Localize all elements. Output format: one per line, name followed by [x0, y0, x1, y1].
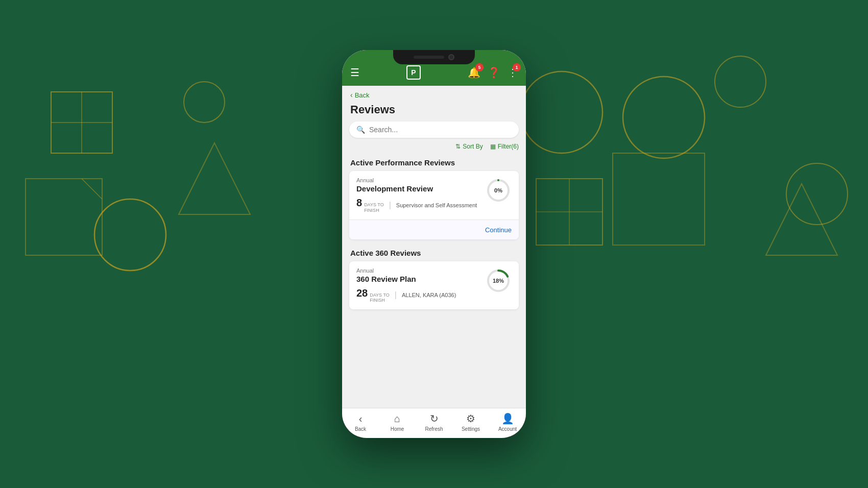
performance-card-type: Annual	[356, 177, 485, 183]
360-progress-label: 18%	[485, 267, 512, 294]
sort-label: Sort By	[463, 143, 483, 150]
filter-label: Filter(6)	[498, 143, 519, 150]
sort-filter-bar: ⇅ Sort By ▦ Filter(6)	[342, 143, 526, 155]
360-section-header: Active 360 Reviews	[342, 246, 526, 261]
menu-icon[interactable]: ☰	[350, 66, 359, 79]
360-card-meta: 28 DAYS TO FINISH | ALLEN, KARA (A036)	[356, 287, 485, 304]
performance-days-number: 8	[356, 197, 362, 209]
filter-button[interactable]: ▦ Filter(6)	[490, 143, 519, 150]
performance-days-label: DAYS TO FINISH	[364, 202, 384, 213]
search-container: 🔍	[342, 121, 526, 143]
meta-divider: |	[389, 201, 391, 210]
app-logo[interactable]: P	[406, 65, 421, 80]
back-link[interactable]: ‹ Back	[350, 91, 518, 99]
more-badge: 1	[513, 63, 521, 71]
360-card-type: Annual	[356, 267, 485, 274]
account-icon: 👤	[501, 412, 514, 425]
performance-progress-label: 0%	[485, 177, 512, 204]
performance-review-card: Annual Development Review 8 DAYS TO FINI…	[349, 171, 519, 239]
performance-days-info: 8 DAYS TO FINISH	[356, 197, 384, 213]
notification-button[interactable]: 🔔 5	[468, 66, 480, 79]
more-button[interactable]: ⋮ 1	[508, 66, 518, 79]
360-progress-circle: 18%	[485, 267, 512, 294]
notch-camera	[448, 54, 454, 60]
360-days-label: DAYS TO FINISH	[370, 292, 390, 304]
360-card-body: Annual 360 Review Plan 28 DAYS TO FINISH…	[349, 261, 519, 310]
360-review-card: Annual 360 Review Plan 28 DAYS TO FINISH…	[349, 261, 519, 310]
360-days-info: 28 DAYS TO FINISH	[356, 287, 390, 304]
nav-back-label: Back	[355, 426, 366, 432]
performance-card-body: Annual Development Review 8 DAYS TO FINI…	[349, 171, 519, 219]
nav-account-label: Account	[498, 426, 517, 432]
back-navigation: ‹ Back	[342, 86, 526, 101]
nav-refresh-label: Refresh	[425, 426, 443, 432]
settings-icon: ⚙	[466, 412, 475, 425]
continue-button[interactable]: Continue	[485, 226, 512, 234]
sort-button[interactable]: ⇅ Sort By	[455, 143, 483, 150]
page-title: Reviews	[342, 101, 526, 121]
nav-home-label: Home	[391, 426, 404, 432]
nav-settings[interactable]: ⚙ Settings	[452, 412, 489, 432]
search-icon: 🔍	[356, 126, 365, 134]
phone-shell: ☰ P 🔔 5 ❓ ⋮ 1 ‹	[342, 50, 526, 438]
filter-icon: ▦	[490, 143, 496, 150]
sort-icon: ⇅	[455, 143, 461, 150]
notch-speaker	[414, 56, 444, 59]
performance-section-header: Active Performance Reviews	[342, 155, 526, 171]
performance-card-info: Annual Development Review 8 DAYS TO FINI…	[356, 177, 485, 213]
nav-settings-label: Settings	[462, 426, 480, 432]
meta-divider-2: |	[395, 290, 397, 300]
nav-home[interactable]: ⌂ Home	[379, 413, 416, 432]
top-bar-actions: 🔔 5 ❓ ⋮ 1	[468, 66, 518, 79]
360-days-number: 28	[356, 287, 368, 299]
performance-progress-circle: 0%	[485, 177, 512, 204]
bottom-navigation: ‹ Back ⌂ Home ↻ Refresh ⚙ Settings 👤 Acc…	[342, 408, 526, 438]
performance-card-footer: Continue	[349, 219, 519, 239]
notification-badge: 5	[475, 63, 484, 71]
performance-meta-text: Supervisor and Self Assessment	[396, 202, 477, 208]
home-icon: ⌂	[394, 413, 400, 425]
search-input[interactable]	[369, 126, 512, 134]
nav-back[interactable]: ‹ Back	[342, 413, 379, 432]
phone-screen: ☰ P 🔔 5 ❓ ⋮ 1 ‹	[342, 50, 526, 438]
360-card-name: 360 Review Plan	[356, 275, 485, 283]
main-content: ‹ Back Reviews 🔍 ⇅ Sort By	[342, 86, 526, 408]
nav-refresh[interactable]: ↻ Refresh	[416, 412, 452, 432]
performance-card-meta: 8 DAYS TO FINISH | Supervisor and Self A…	[356, 197, 485, 213]
360-meta-text: ALLEN, KARA (A036)	[402, 292, 456, 298]
back-link-label: Back	[355, 91, 370, 99]
refresh-icon: ↻	[430, 412, 439, 425]
phone-notch	[393, 50, 475, 64]
performance-card-name: Development Review	[356, 184, 485, 193]
search-bar: 🔍	[349, 121, 519, 138]
back-nav-icon: ‹	[359, 413, 363, 425]
360-card-info: Annual 360 Review Plan 28 DAYS TO FINISH…	[356, 267, 485, 304]
nav-account[interactable]: 👤 Account	[489, 412, 526, 432]
help-button[interactable]: ❓	[488, 66, 500, 79]
back-chevron-icon: ‹	[350, 91, 353, 99]
